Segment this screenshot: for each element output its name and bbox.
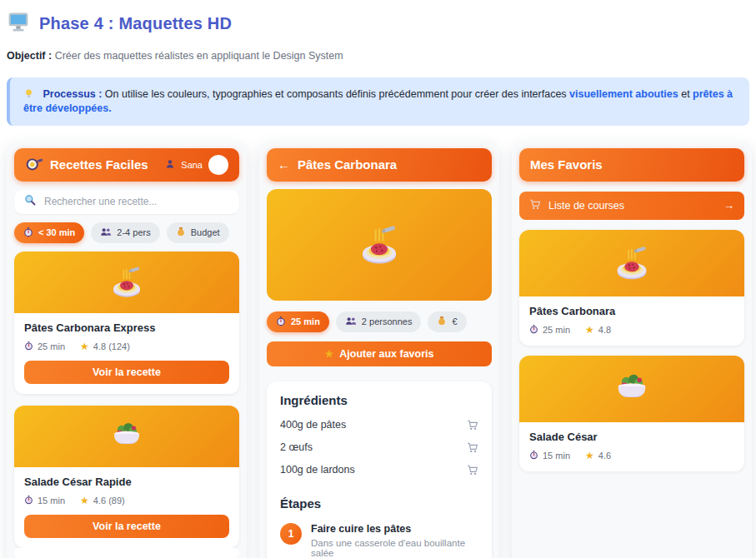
favorite-card-body: Salade César 15 min ★ 4.6 — [519, 422, 744, 471]
process-note-connector: et — [681, 88, 689, 100]
recipe-card: Pâtes Carbonara Express 25 min ★ 4.8 (12… — [14, 252, 239, 394]
star-icon: ★ — [325, 348, 334, 360]
filter-chip-label: < 30 min — [38, 227, 75, 237]
recipe-rating: ★ 4.6 (89) — [80, 495, 125, 506]
spaghetti-icon — [354, 222, 404, 267]
filter-chip-label: Budget — [191, 227, 220, 237]
favorite-card-body: Pâtes Carbonara 25 min ★ 4.8 — [519, 296, 744, 346]
frying-pan-icon — [25, 155, 43, 175]
add-to-cart-icon[interactable] — [467, 419, 478, 431]
badge-servings: 2 personnes — [336, 311, 422, 332]
recipe-card: Salade César Rapide 15 min ★ 4.6 (89) Vo… — [14, 406, 239, 548]
recipe-card-body: Salade César Rapide 15 min ★ 4.6 (89) Vo… — [14, 467, 239, 548]
badge-label: 25 min — [291, 316, 320, 326]
filter-chip-budget[interactable]: Budget — [167, 222, 229, 243]
ingredient-row: 100g de lardons — [280, 459, 478, 481]
recipe-hero-image — [267, 189, 492, 301]
favorite-rating: ★ 4.6 — [585, 450, 611, 461]
view-recipe-button[interactable]: Voir la recette — [24, 515, 229, 538]
add-to-cart-icon[interactable] — [467, 441, 478, 454]
favorites-title: Mes Favoris — [530, 157, 603, 172]
ingredients-list: 400g de pâtes 2 œufs 100g de lardons — [280, 414, 478, 481]
people-icon — [100, 227, 112, 238]
app-title: Recettes Faciles — [50, 157, 148, 172]
recipe-time: 25 min — [24, 341, 65, 352]
steps-block: Étapes 1 Faire cuire les pâtes Dans une … — [280, 496, 478, 558]
objective-line: Objectif : Créer des maquettes réalistes… — [7, 50, 752, 62]
star-icon: ★ — [585, 324, 594, 336]
badge-price: € — [428, 311, 466, 332]
objective-label: Objectif : — [7, 50, 52, 62]
step-texts: Faire cuire les pâtes Dans une casserole… — [311, 523, 478, 558]
favorite-time: 25 min — [529, 324, 570, 336]
ingredient-row: 400g de pâtes — [280, 414, 478, 436]
salad-icon — [107, 418, 147, 455]
recipe-rating-label: 4.6 (89) — [93, 496, 125, 506]
favorite-image — [519, 356, 744, 422]
steps-title: Étapes — [280, 496, 478, 511]
money-bag-icon — [437, 316, 447, 327]
desktop-computer-icon — [7, 10, 30, 37]
timer-icon — [276, 316, 286, 328]
search-bar — [14, 190, 239, 214]
recipe-rating: ★ 4.8 (124) — [80, 341, 130, 352]
add-to-cart-icon[interactable] — [467, 464, 478, 476]
step-number-badge: 1 — [280, 523, 302, 545]
badge-time: 25 min — [267, 311, 329, 332]
star-icon: ★ — [80, 341, 89, 352]
recipe-rating-label: 4.8 (124) — [93, 341, 130, 351]
money-bag-icon — [176, 227, 186, 238]
favorite-meta: 25 min ★ 4.8 — [529, 324, 734, 336]
timer-icon — [24, 341, 33, 352]
favorite-card[interactable]: Pâtes Carbonara 25 min ★ 4.8 — [519, 230, 744, 346]
add-to-favorites-button[interactable]: ★ Ajouter aux favoris — [267, 341, 492, 366]
favorite-title: Salade César — [529, 431, 734, 443]
process-note: Processus : On utilise les couleurs, typ… — [7, 77, 749, 126]
favorite-time-label: 25 min — [543, 325, 570, 335]
shopping-list-label: Liste de courses — [548, 200, 624, 212]
ingredient-label: 100g de lardons — [280, 464, 355, 476]
mockup-frames: Recettes Faciles Sana — [7, 141, 752, 558]
favorite-card[interactable]: Salade César 15 min ★ 4.6 — [519, 356, 744, 471]
favorite-time-label: 15 min — [543, 451, 570, 461]
shopping-cart-icon — [529, 198, 541, 213]
star-icon: ★ — [585, 450, 594, 461]
spaghetti-icon — [610, 243, 653, 283]
recipe-image — [14, 252, 239, 313]
app-header-left: Recettes Faciles — [25, 155, 148, 175]
process-note-highlight-1: visuellement abouties — [569, 88, 678, 100]
people-icon — [345, 316, 357, 327]
timer-icon — [23, 227, 33, 239]
ingredient-label: 400g de pâtes — [280, 419, 346, 431]
badge-label: € — [452, 316, 457, 326]
recipe-title: Pâtes Carbonara Express — [24, 321, 229, 334]
search-input[interactable] — [43, 195, 229, 208]
recipe-time-label: 15 min — [38, 496, 65, 506]
shopping-list-banner[interactable]: Liste de courses → — [519, 192, 744, 220]
screen-recipe-detail: ← Pâtes Carbonara 25 min 2 personnes — [259, 141, 499, 558]
view-recipe-button[interactable]: Voir la recette — [24, 361, 229, 384]
ingredient-row: 2 œufs — [280, 436, 478, 459]
step-title: Faire cuire les pâtes — [311, 523, 478, 535]
favorite-rating-label: 4.6 — [598, 451, 611, 461]
recipe-time: 15 min — [24, 495, 65, 506]
filter-chip-people[interactable]: 2-4 pers — [91, 222, 159, 243]
objective-text: Créer des maquettes réalistes en appliqu… — [55, 50, 343, 62]
user-name: Sana — [181, 160, 203, 170]
favorite-rating-label: 4.8 — [598, 325, 611, 335]
add-to-favorites-label: Ajouter aux favoris — [339, 348, 433, 360]
next-card-peek — [14, 548, 239, 558]
person-icon — [165, 159, 175, 171]
favorite-title: Pâtes Carbonara — [529, 305, 734, 317]
recipe-meta: 15 min ★ 4.6 (89) — [24, 495, 229, 506]
screen-recipes-list: Recettes Faciles Sana — [7, 141, 247, 558]
back-arrow-icon[interactable]: ← — [278, 157, 290, 172]
lightbulb-icon — [23, 88, 37, 100]
avatar[interactable] — [208, 155, 228, 175]
timer-icon — [24, 495, 33, 506]
filter-chip-time[interactable]: < 30 min — [14, 222, 84, 243]
ingredients-title: Ingrédients — [280, 393, 478, 407]
filter-chips: < 30 min 2-4 pers Budget — [14, 222, 239, 243]
screen-favorites: Mes Favoris Liste de courses → — [512, 141, 752, 558]
shopping-list-left: Liste de courses — [529, 198, 624, 213]
